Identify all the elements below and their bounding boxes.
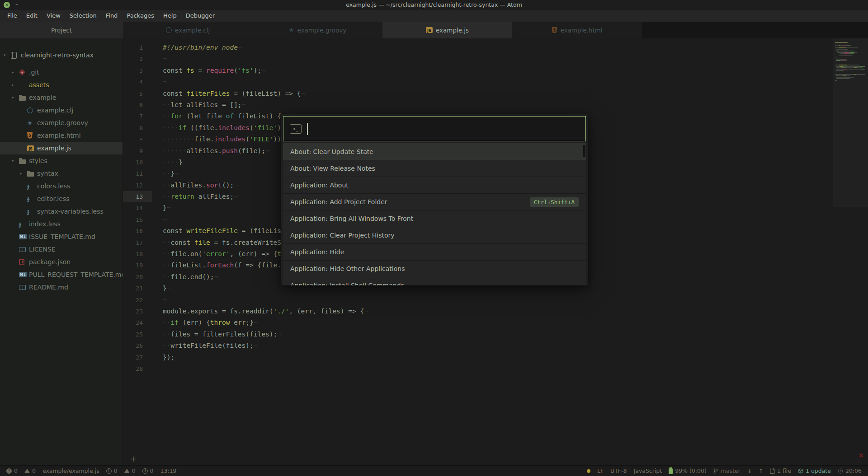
project-panel-header[interactable]: Project — [0, 22, 123, 38]
tree-item-example.groovy[interactable]: ★example.groovy — [0, 117, 123, 129]
tree-item-ISSUE_TEMPLATE.md[interactable]: M↓ISSUE_TEMPLATE.md — [0, 230, 123, 243]
status-item[interactable]: !0 — [6, 467, 18, 474]
menu-item-debugger[interactable]: Debugger — [181, 10, 219, 22]
status-item[interactable]: !0 — [106, 467, 118, 474]
line-ending[interactable]: LF — [597, 467, 604, 474]
tree-item-PULL_REQUEST_TEMPLATE.md[interactable]: M↓PULL_REQUEST_TEMPLATE.md — [0, 268, 123, 281]
tree-item-label: PULL_REQUEST_TEMPLATE.md — [29, 271, 123, 278]
token: sort — [206, 182, 222, 189]
tree-item-assets[interactable]: ▸assets — [0, 79, 123, 91]
cursor-position[interactable]: 13:19 — [160, 467, 177, 474]
tree-item-label: clearnight-retro-syntax — [21, 51, 94, 59]
palette-item[interactable]: Application: About — [283, 177, 586, 193]
tree-item-colors.less[interactable]: ɟcolors.less — [0, 180, 123, 192]
git-changed-files[interactable]: 1 file — [770, 467, 791, 474]
menu-item-help[interactable]: Help — [159, 10, 181, 22]
minimap-segment — [844, 52, 849, 53]
code-text: ¬ — [152, 53, 167, 65]
menu-item-find[interactable]: Find — [101, 10, 123, 22]
minimap-segment — [846, 67, 854, 68]
tab-example.groovy[interactable]: ★example.groovy — [253, 22, 382, 38]
tab-example.clj[interactable]: example.clj — [123, 22, 253, 38]
token: ·· — [163, 170, 170, 177]
encoding[interactable]: UTF-8 — [610, 467, 627, 474]
code-text: #!/usr/bin/env node¬ — [152, 42, 242, 53]
groovy-icon: ★ — [289, 27, 294, 33]
battery[interactable]: 99% (0:00) — [669, 467, 707, 474]
package-updates[interactable]: 1 update — [798, 467, 831, 474]
minimap-segment — [836, 69, 842, 70]
notification-close-icon[interactable]: ✕ — [858, 452, 864, 460]
palette-item[interactable]: Application: Add Project FolderCtrl+Shif… — [283, 193, 586, 210]
clock[interactable]: 20:06 — [838, 467, 862, 474]
tree-item-label: assets — [29, 81, 49, 89]
window-title: example.js — ~/src/clearnight/clearnight… — [0, 1, 868, 8]
token: file.end(); — [170, 273, 214, 280]
status-item[interactable]: 0 — [124, 467, 136, 474]
tree-item-index.less[interactable]: ɟindex.less — [0, 218, 123, 230]
eol-invisible: ¬ — [261, 67, 265, 74]
palette-item[interactable]: Application: Bring All Windows To Front — [283, 210, 586, 227]
minimap-segment — [838, 56, 838, 57]
palette-item[interactable]: Application: Clear Project History — [283, 227, 586, 243]
palette-item[interactable]: Application: Install Shell Commands — [283, 277, 586, 285]
token: of — [226, 112, 234, 120]
tree-item-editor.less[interactable]: ɟeditor.less — [0, 192, 123, 205]
palette-item[interactable]: Application: Hide Other Applications — [283, 260, 586, 277]
tree-item-clearnight-retro-syntax[interactable]: ▾clearnight-retro-syntax — [0, 49, 123, 61]
add-pane-button[interactable]: + — [130, 454, 137, 463]
token: const — [170, 239, 194, 246]
palette-item[interactable]: About: View Release Notes — [283, 160, 586, 177]
minimap-segment — [841, 67, 846, 68]
minimap[interactable] — [833, 38, 868, 207]
status-item[interactable]: 0 — [24, 467, 36, 474]
tree-item-package.json[interactable]: package.json — [0, 256, 123, 268]
tree-item-syntax[interactable]: ▸syntax — [0, 167, 123, 180]
menu-item-selection[interactable]: Selection — [65, 10, 101, 22]
minimap-segment — [839, 65, 848, 65]
menu-item-file[interactable]: File — [3, 10, 22, 22]
tree-item-LICENSE[interactable]: LICENSE — [0, 243, 123, 256]
code-text: ··file.end();¬ — [152, 271, 218, 283]
tree-item-example.clj[interactable]: example.clj — [0, 104, 123, 117]
git-branch[interactable]: master — [713, 467, 741, 474]
tree-item-styles[interactable]: ▾styles — [0, 154, 123, 167]
palette-scrollbar[interactable] — [583, 145, 585, 157]
line-number: 4 — [123, 76, 152, 88]
minimap-segment — [836, 49, 848, 50]
linter-status[interactable] — [587, 469, 590, 473]
line-number: 21 — [123, 283, 152, 294]
token: #!/usr/bin/env node — [163, 44, 238, 51]
menu-item-edit[interactable]: Edit — [22, 10, 42, 22]
status-item[interactable]: i0 — [142, 467, 154, 474]
git-push[interactable]: ↑ — [759, 468, 763, 474]
eol-invisible: ¬ — [175, 354, 179, 361]
palette-item[interactable]: Application: Hide — [283, 243, 586, 260]
tree-item-example.js[interactable]: JSexample.js — [0, 142, 123, 154]
tree-item-.git[interactable]: ▸.git — [0, 66, 123, 79]
status-text: 0 — [132, 467, 136, 474]
grammar[interactable]: JavaScript — [634, 467, 662, 474]
command-palette-input[interactable]: >_ — [283, 116, 586, 141]
minimap-segment — [835, 65, 839, 65]
tree-item-README.md[interactable]: README.md — [0, 281, 123, 294]
menu-item-packages[interactable]: Packages — [122, 10, 159, 22]
current-file[interactable]: example/example.js — [42, 467, 99, 474]
token: ·· — [163, 193, 170, 200]
tree-item-example[interactable]: ▾example — [0, 91, 123, 104]
git-icon — [19, 69, 25, 75]
code-line-27: 27});¬ — [123, 352, 868, 363]
tree-item-example.html[interactable]: 5example.html — [0, 129, 123, 142]
minimap-segment — [854, 52, 857, 53]
token: ·· — [163, 239, 170, 246]
git-pull[interactable]: ↓ — [747, 468, 752, 474]
tab-example.js[interactable]: JSexample.js — [382, 22, 512, 38]
menu-item-view[interactable]: View — [42, 10, 65, 22]
code-line-3: 3const fs = require('fs');¬ — [123, 65, 868, 76]
folder-icon — [27, 172, 34, 177]
palette-item[interactable]: About: Clear Update State — [283, 143, 586, 160]
file-icon — [770, 468, 775, 474]
tree-item-syntax-variables.less[interactable]: ɟsyntax-variables.less — [0, 205, 123, 218]
tab-example.html[interactable]: 5example.html — [512, 22, 642, 38]
code-text: const fs = require('fs');¬ — [152, 65, 265, 76]
